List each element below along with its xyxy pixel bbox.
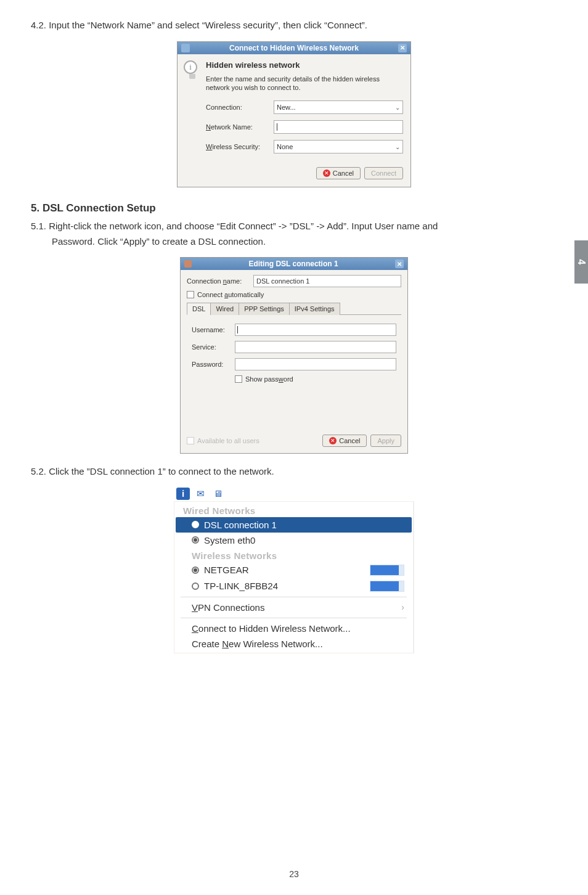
dialog-title: Connect to Hidden Wireless Network: [190, 44, 398, 52]
chevron-down-icon: ⌄: [395, 104, 400, 111]
tab-ppp-settings[interactable]: PPP Settings: [239, 303, 290, 315]
menu-item-label: TP-LINK_8FBB24: [204, 581, 278, 591]
tab-dsl[interactable]: DSL: [187, 303, 211, 315]
username-label: Username:: [192, 326, 235, 333]
separator: [181, 597, 407, 597]
available-all-users-row: Available to all users: [187, 437, 259, 444]
radio-icon: [192, 566, 199, 574]
dialog-titlebar: Connect to Hidden Wireless Network ✕: [178, 42, 410, 54]
page-number: 23: [0, 869, 588, 879]
menu-item-label: DSL connection 1: [204, 520, 277, 530]
username-input[interactable]: [235, 324, 396, 336]
show-password-label: Show password: [245, 375, 293, 383]
chevron-right-icon: ›: [401, 602, 404, 612]
wired-networks-header: Wired Networks: [174, 503, 413, 517]
dialog-heading: Hidden wireless network: [206, 60, 403, 70]
tab-ipv4-settings[interactable]: IPv4 Settings: [289, 303, 340, 315]
mail-tray-icon[interactable]: ✉: [194, 488, 207, 500]
service-input[interactable]: [235, 341, 396, 353]
wireless-security-label: Wireless Security:: [206, 143, 274, 150]
menu-item-vpn-connections[interactable]: VPN Connections ›: [174, 600, 413, 615]
password-input[interactable]: [235, 358, 396, 370]
available-all-users-checkbox[interactable]: [187, 437, 194, 444]
network-name-label: Network Name:: [206, 123, 274, 131]
signal-strength-icon: [370, 581, 404, 592]
cancel-icon: ✕: [323, 170, 330, 177]
signal-strength-icon: [370, 565, 404, 576]
instruction-4-2: 4.2. Input the “Network Name” and select…: [31, 18, 557, 33]
connect-hidden-network-dialog: Connect to Hidden Wireless Network ✕ i H…: [177, 41, 411, 188]
menu-item-system-eth0[interactable]: System eth0: [174, 533, 413, 548]
wireless-security-value: None: [277, 143, 293, 150]
menu-item-tplink[interactable]: TP-LINK_8FBB24: [174, 578, 413, 594]
tabs: DSL Wired PPP Settings IPv4 Settings: [187, 302, 401, 315]
connect-button[interactable]: Connect: [364, 167, 403, 179]
network-tray-icon[interactable]: 🖥: [211, 488, 224, 500]
tray-icons: i ✉ 🖥: [176, 488, 414, 500]
menu-item-label: Connect to Hidden Wireless Network...: [192, 623, 351, 634]
titlebar-menu-icon[interactable]: [181, 44, 190, 52]
connect-automatically-label: Connect automatically: [197, 291, 264, 298]
radio-icon: [192, 521, 199, 528]
menu-item-dsl-connection-1[interactable]: DSL connection 1: [176, 517, 412, 533]
connect-automatically-checkbox[interactable]: [187, 291, 194, 298]
menu-item-label: VPN Connections: [192, 602, 264, 613]
connection-name-label: Connection name:: [187, 277, 253, 285]
close-icon[interactable]: ✕: [395, 260, 404, 268]
cancel-button[interactable]: ✕ Cancel: [316, 167, 361, 179]
dialog2-title: Editing DSL connection 1: [192, 260, 395, 268]
apply-button[interactable]: Apply: [370, 435, 401, 447]
close-icon[interactable]: ✕: [398, 44, 407, 52]
password-label: Password:: [192, 361, 235, 368]
instruction-5-1-line2: Password. Click “Apply” to create a DSL …: [31, 235, 557, 249]
separator: [181, 618, 407, 618]
service-label: Service:: [192, 343, 235, 351]
connection-value: New...: [277, 104, 296, 111]
wireless-networks-header: Wireless Networks: [174, 548, 413, 562]
editing-dsl-connection-dialog: Editing DSL connection 1 ✕ Connection na…: [180, 257, 408, 454]
instruction-5-1-line1: 5.1. Right-click the network icon, and c…: [31, 219, 557, 234]
connection-combobox[interactable]: New... ⌄: [274, 100, 403, 114]
menu-item-label: Create New Wireless Network...: [192, 639, 323, 649]
dialog-description: Enter the name and security details of t…: [206, 75, 403, 92]
radio-icon: [192, 536, 199, 544]
show-password-checkbox[interactable]: [235, 375, 242, 383]
section-5-title: 5. DSL Connection Setup: [31, 202, 557, 215]
cancel-button[interactable]: ✕ Cancel: [322, 435, 367, 447]
connection-label: Connection:: [206, 104, 274, 111]
titlebar-menu-icon[interactable]: [184, 260, 192, 268]
menu-item-label: NETGEAR: [204, 565, 249, 575]
network-manager-menu: i ✉ 🖥 Wired Networks DSL connection 1 Sy…: [174, 488, 414, 653]
side-chapter-tab: 4: [574, 240, 588, 284]
wireless-security-combobox[interactable]: None ⌄: [274, 140, 403, 153]
available-all-users-label: Available to all users: [197, 437, 259, 444]
menu-item-netgear[interactable]: NETGEAR: [174, 562, 413, 578]
dialog2-titlebar: Editing DSL connection 1 ✕: [181, 258, 407, 270]
chevron-down-icon: ⌄: [395, 144, 400, 150]
menu-item-label: System eth0: [204, 535, 255, 546]
menu-item-create-new-wireless[interactable]: Create New Wireless Network...: [174, 636, 413, 652]
menu-item-connect-hidden[interactable]: Connect to Hidden Wireless Network...: [174, 621, 413, 636]
tab-wired[interactable]: Wired: [210, 303, 239, 315]
cancel-icon: ✕: [329, 437, 337, 444]
instruction-5-2: 5.2. Click the ”DSL connection 1” to con…: [31, 465, 557, 479]
info-tray-icon[interactable]: i: [176, 488, 190, 500]
radio-icon: [192, 582, 199, 590]
connection-name-input[interactable]: DSL connection 1: [253, 275, 401, 287]
network-name-input[interactable]: [274, 120, 403, 134]
info-icon: i: [184, 60, 201, 83]
